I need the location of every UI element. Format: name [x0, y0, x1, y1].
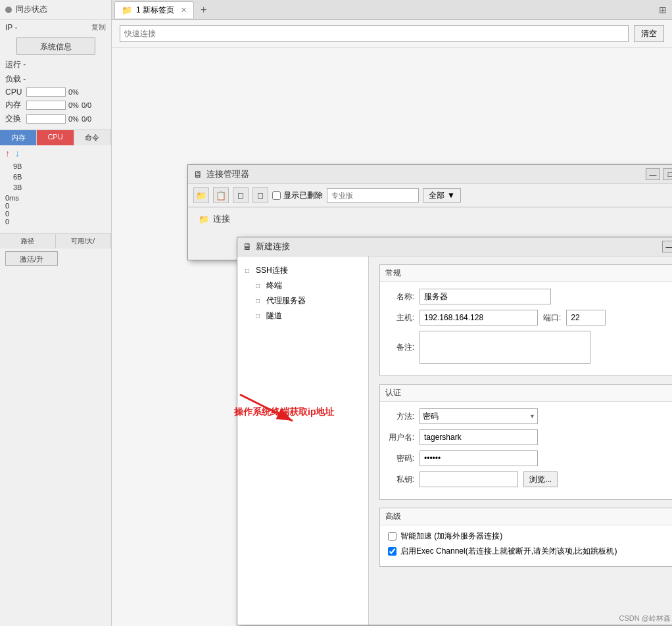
toolbar-square2-icon[interactable]: □	[252, 187, 268, 203]
toolbar-folder-icon[interactable]: 📁	[193, 187, 209, 203]
advanced-check1-row: 智能加速 (加海外服务器连接)	[388, 531, 672, 542]
val-0-2: 0	[5, 210, 106, 218]
ip-row: IP - 复制	[0, 20, 111, 35]
tab-close-btn[interactable]: ✕	[181, 6, 187, 14]
cpu-metric-row: CPU 0%	[0, 86, 111, 98]
swap-ratio: 0/0	[82, 115, 91, 123]
new-conn-body: □ SSH连接 □ 终端 □ 代理服务器 □ 隧道	[237, 256, 672, 625]
tree-ssh-label: SSH连接	[256, 265, 288, 276]
arrow-up-icon: ↑	[5, 148, 10, 158]
auth-section: 认证 方法: 密码 用户名:	[379, 384, 672, 500]
general-section-body: 名称: 主机: 端口: 备注:	[380, 282, 672, 375]
method-select[interactable]: 密码	[420, 408, 538, 424]
main-area: 📁 1 新标签页 ✕ + ⊞ 清空 🖥 连接管理器 — □ ✕ 📁 📋 □	[112, 0, 672, 626]
method-row: 方法: 密码	[388, 408, 672, 424]
conn-manager-title-icon: 🖥	[193, 169, 203, 180]
minimize-button[interactable]: —	[646, 168, 660, 180]
port-input[interactable]	[566, 310, 606, 325]
tree-ssh[interactable]: □ SSH连接	[243, 263, 363, 278]
advanced-check2-label: 启用Exec Channel(若连接上就被断开,请关闭该项,比如跳板机)	[400, 546, 617, 557]
mem-value: 0%	[68, 101, 79, 109]
new-conn-dialog: 🖥 新建连接 — □ ✕ □ SSH连接 □ 终端 □	[237, 237, 672, 625]
new-conn-tree: □ SSH连接 □ 终端 □ 代理服务器 □ 隧道	[237, 256, 369, 625]
net-9b: 9B	[0, 161, 111, 172]
swap-bar-bg	[26, 114, 66, 124]
quick-connect-bar: 清空	[112, 20, 672, 48]
memo-row: 备注:	[388, 331, 672, 364]
memo-input[interactable]	[420, 331, 590, 364]
password-label: 密码:	[388, 453, 414, 464]
new-conn-minimize-btn[interactable]: —	[662, 241, 672, 253]
net-3b: 3B	[0, 182, 111, 193]
grid-view-icon[interactable]: ⊞	[659, 5, 667, 15]
bottom-tabs: 路径 可用/大/	[0, 233, 111, 249]
new-tab-button[interactable]: +	[195, 3, 212, 17]
status-row: 同步状态	[0, 0, 111, 20]
mem-metric-row: 内存 0% 0/0	[0, 98, 111, 112]
sys-info-button[interactable]: 系统信息	[16, 37, 95, 55]
bottom-tab-avail[interactable]: 可用/大/	[56, 234, 112, 249]
tab-mem[interactable]: 内存	[0, 130, 37, 145]
username-row: 用户名:	[388, 429, 672, 445]
browser-tab-1[interactable]: 📁 1 新标签页 ✕	[114, 1, 194, 18]
run-label: 运行 -	[0, 57, 111, 72]
conn-manager-title: 🖥 连接管理器	[193, 168, 249, 180]
tree-terminal-label: 终端	[266, 280, 282, 291]
tree-tunnel[interactable]: □ 隧道	[253, 308, 363, 324]
general-section: 常规 名称: 主机: 端口: 备注:	[379, 264, 672, 376]
bottom-tab-path[interactable]: 路径	[0, 234, 56, 249]
privkey-input[interactable]	[420, 471, 518, 487]
host-input[interactable]	[420, 310, 538, 325]
advanced-section: 高级 智能加速 (加海外服务器连接) 启用Exec Channel(若连接上就被…	[379, 508, 672, 567]
conn-manager-toolbar: 📁 📋 □ □ 显示已删除 全部 ▼	[188, 184, 672, 207]
tree-terminal-expand: □	[256, 282, 262, 289]
copy-btn[interactable]: 复制	[91, 22, 106, 32]
advanced-section-body: 智能加速 (加海外服务器连接) 启用Exec Channel(若连接上就被断开,…	[380, 525, 672, 566]
conn-manager-title-text: 连接管理器	[206, 168, 249, 180]
new-conn-controls: — □ ✕	[662, 241, 672, 253]
swap-label: 交换	[5, 113, 24, 124]
name-input[interactable]	[420, 289, 551, 304]
clear-button[interactable]: 清空	[634, 25, 664, 42]
conn-manager-titlebar: 🖥 连接管理器 — □ ✕	[188, 165, 672, 184]
tree-terminal[interactable]: □ 终端	[253, 278, 363, 293]
advanced-check2-row: 启用Exec Channel(若连接上就被断开,请关闭该项,比如跳板机)	[388, 546, 672, 557]
show-deleted-checkbox[interactable]	[272, 191, 281, 200]
browser-tabbar: 📁 1 新标签页 ✕ + ⊞	[112, 0, 672, 20]
cpu-bar-bg	[26, 87, 66, 97]
advanced-check1-label: 智能加速 (加海外服务器连接)	[400, 531, 502, 542]
quick-connect-input[interactable]	[120, 25, 629, 42]
val-0-1: 0	[5, 202, 106, 210]
tree-tunnel-label: 隧道	[266, 310, 282, 322]
maximize-button[interactable]: □	[663, 168, 672, 180]
username-input[interactable]	[420, 429, 538, 445]
activate-button[interactable]: 激活/升	[5, 251, 58, 266]
browse-button[interactable]: 浏览...	[523, 471, 558, 487]
conn-folder-icon: 📁	[199, 214, 209, 224]
swap-value: 0%	[68, 115, 79, 123]
search-input[interactable]	[327, 188, 419, 203]
val-0-3: 0	[5, 218, 106, 226]
sync-status-label: 同步状态	[16, 4, 47, 15]
tree-proxy-label: 代理服务器	[266, 295, 306, 306]
net-6b: 6B	[0, 172, 111, 182]
new-conn-title-icon: 🖥	[243, 241, 252, 252]
advanced-check2[interactable]	[388, 547, 396, 556]
mem-label: 内存	[5, 99, 24, 110]
toolbar-copy-icon[interactable]: 📋	[213, 187, 229, 203]
username-label: 用户名:	[388, 432, 414, 443]
password-input[interactable]	[420, 450, 538, 466]
swap-metric-row: 交换 0% 0/0	[0, 112, 111, 126]
tab-cmd[interactable]: 命令	[74, 130, 111, 145]
toolbar-square1-icon[interactable]: □	[233, 187, 249, 203]
tree-proxy[interactable]: □ 代理服务器	[253, 293, 363, 308]
advanced-check1[interactable]	[388, 532, 396, 541]
sidebar: 同步状态 IP - 复制 系统信息 运行 - 负载 - CPU 0% 内存 0%…	[0, 0, 112, 626]
tree-expand-icon: □	[245, 267, 252, 274]
filter-dropdown[interactable]: 全部 ▼	[423, 188, 461, 203]
net-arrows: ↑ ↓	[0, 145, 111, 161]
host-label: 主机:	[388, 312, 414, 324]
conn-folder-item[interactable]: 📁 连接	[199, 213, 672, 225]
tab-cpu[interactable]: CPU	[37, 130, 74, 145]
conn-folder-label: 连接	[213, 213, 230, 225]
